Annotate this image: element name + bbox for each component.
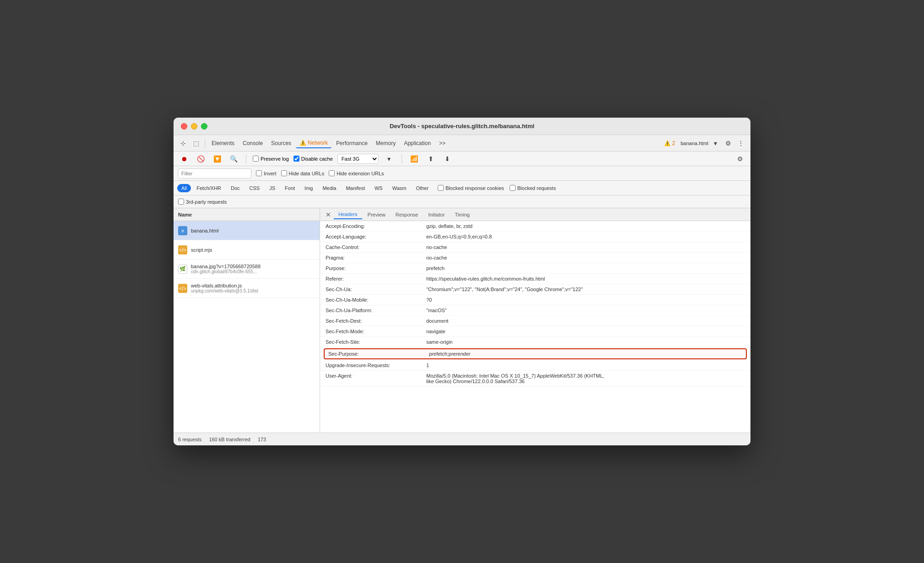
search-icon[interactable]: 🔍 — [228, 153, 239, 165]
blocked-requests-checkbox[interactable] — [510, 185, 516, 191]
header-row-pragma: Pragma: no-cache — [320, 253, 750, 263]
tab-elements[interactable]: Elements — [208, 139, 238, 148]
header-row-user-agent: User-Agent: Mozilla/5.0 (Macintosh; Inte… — [320, 371, 750, 387]
upload-icon[interactable]: ⬆ — [425, 153, 437, 165]
filter-icon[interactable]: 🔽 — [211, 153, 223, 165]
right-panel: ✕ Headers Preview Response Initiator Tim… — [320, 208, 750, 433]
network-controls-bar: ⏺ 🚫 🔽 🔍 Preserve log Disable cache Fast … — [174, 152, 750, 166]
file-icon-js2: </> — [178, 284, 187, 293]
header-row-cache-control: Cache-Control: no-cache — [320, 242, 750, 253]
invert-checkbox[interactable] — [256, 170, 262, 176]
hide-data-urls-label[interactable]: Hide data URLs — [281, 170, 325, 176]
transferred-size: 160 kB transferred — [209, 437, 250, 442]
name-column-header: Name — [174, 208, 320, 221]
filter-tab-img[interactable]: Img — [300, 184, 317, 192]
file-item-banana-html[interactable]: ≡ banana.html — [174, 221, 320, 240]
hide-ext-urls-checkbox[interactable] — [329, 170, 335, 176]
disable-cache-label[interactable]: Disable cache — [294, 156, 333, 162]
record-button[interactable]: ⏺ — [178, 153, 190, 165]
close-button[interactable] — [181, 123, 187, 130]
tab-performance[interactable]: Performance — [332, 139, 371, 148]
preserve-log-checkbox[interactable] — [253, 156, 259, 162]
throttle-dropdown-icon[interactable]: ▾ — [383, 153, 395, 165]
filter-tab-font[interactable]: Font — [281, 184, 299, 192]
gear-icon[interactable]: ⚙ — [734, 153, 746, 165]
more-options-icon[interactable]: ⋮ — [735, 137, 747, 149]
hide-data-urls-checkbox[interactable] — [281, 170, 287, 176]
devtools-window: DevTools - speculative-rules.glitch.me/b… — [174, 118, 750, 445]
tab-network[interactable]: ⚠️ Network — [296, 138, 332, 148]
third-party-bar: 3rd-party requests — [174, 195, 750, 208]
header-row-sec-ch-ua: Sec-Ch-Ua: "Chromium";v="122", "Not(A:Br… — [320, 284, 750, 295]
filter-tab-fetch-xhr[interactable]: Fetch/XHR — [192, 184, 225, 192]
header-row-sec-fetch-dest: Sec-Fetch-Dest: document — [320, 316, 750, 326]
filter-input[interactable] — [178, 168, 251, 179]
filter-bar: Invert Hide data URLs Hide extension URL… — [174, 166, 750, 181]
third-party-label[interactable]: 3rd-party requests — [178, 199, 227, 205]
header-row-accept-language: Accept-Language: en-GB,en-US;q=0.9,en;q=… — [320, 232, 750, 242]
file-url: cdn.glitch.global/87b4c0fe-655... — [191, 269, 261, 274]
blocked-cookies-checkbox[interactable] — [438, 185, 444, 191]
warning-badge: ⚠️ 2 — [664, 140, 675, 146]
clear-button[interactable]: 🚫 — [195, 153, 207, 165]
disable-cache-checkbox[interactable] — [294, 156, 299, 162]
file-item-script-mjs[interactable]: </> script.mjs — [174, 240, 320, 260]
content-area: Name ≡ banana.html </> — [174, 208, 750, 433]
invert-label[interactable]: Invert — [256, 170, 277, 176]
file-name: web-vitals.attribution.js — [191, 283, 258, 288]
file-icon-img: 🌿 — [178, 265, 187, 274]
maximize-button[interactable] — [201, 123, 207, 130]
window-title: DevTools - speculative-rules.glitch.me/b… — [390, 123, 534, 130]
tab-console[interactable]: Console — [239, 139, 266, 148]
cursor-icon[interactable]: ⊹ — [177, 137, 189, 149]
tab-timing[interactable]: Timing — [450, 211, 474, 219]
header-row-sec-fetch-site: Sec-Fetch-Site: same-origin — [320, 337, 750, 347]
page-dropdown-icon[interactable]: ▾ — [709, 137, 721, 149]
device-icon[interactable]: ⬚ — [190, 137, 202, 149]
filter-tab-manifest[interactable]: Manifest — [342, 184, 369, 192]
throttle-select[interactable]: Fast 3G Slow 3G No throttling — [337, 154, 379, 164]
filter-tab-all[interactable]: All — [177, 184, 191, 192]
download-icon[interactable]: ⬇ — [441, 153, 453, 165]
blocked-requests-label[interactable]: Blocked requests — [510, 185, 556, 191]
file-icon-html: ≡ — [178, 226, 187, 235]
file-item-web-vitals[interactable]: </> web-vitals.attribution.js unpkg.com/… — [174, 279, 320, 298]
tab-application[interactable]: Application — [400, 139, 435, 148]
header-row-sec-purpose: Sec-Purpose: prefetch;prerender — [324, 348, 747, 359]
warning-icon: ⚠️ — [664, 140, 671, 146]
requests-count: 6 requests — [178, 437, 201, 442]
header-row-upgrade-insecure: Upgrade-Insecure-Requests: 1 — [320, 360, 750, 371]
filter-tab-media[interactable]: Media — [318, 184, 340, 192]
minimize-button[interactable] — [191, 123, 197, 130]
settings-icon[interactable]: ⚙ — [722, 137, 734, 149]
tab-more[interactable]: >> — [435, 139, 449, 148]
filter-tab-js[interactable]: JS — [265, 184, 279, 192]
tab-response[interactable]: Response — [391, 211, 423, 219]
filter-tab-other[interactable]: Other — [412, 184, 433, 192]
header-row-sec-ch-ua-platform: Sec-Ch-Ua-Platform: "macOS" — [320, 305, 750, 316]
tab-memory[interactable]: Memory — [372, 139, 399, 148]
blocked-cookies-label[interactable]: Blocked response cookies — [438, 185, 504, 191]
filter-tab-doc[interactable]: Doc — [227, 184, 244, 192]
file-item-banana-jpg[interactable]: 🌿 banana.jpg?v=1705668720588 cdn.glitch.… — [174, 260, 320, 279]
tab-initiator[interactable]: Initiator — [424, 211, 449, 219]
tab-sources[interactable]: Sources — [267, 139, 295, 148]
traffic-lights — [181, 123, 207, 130]
main-toolbar: ⊹ ⬚ Elements Console Sources ⚠️ Network … — [174, 135, 750, 152]
filter-tab-wasm[interactable]: Wasm — [388, 184, 411, 192]
tab-headers[interactable]: Headers — [334, 210, 362, 219]
current-page: banana.html — [680, 141, 708, 146]
file-url: unpkg.com/web-vitals@3.5.1/dist — [191, 288, 258, 293]
third-party-checkbox[interactable] — [178, 199, 184, 205]
preserve-log-label[interactable]: Preserve log — [253, 156, 289, 162]
filter-tab-css[interactable]: CSS — [245, 184, 264, 192]
tab-preview[interactable]: Preview — [363, 211, 390, 219]
header-row-referer: Referer: https://speculative-rules.glitc… — [320, 274, 750, 284]
hide-ext-urls-label[interactable]: Hide extension URLs — [329, 170, 384, 176]
header-row-sec-fetch-mode: Sec-Fetch-Mode: navigate — [320, 326, 750, 337]
close-detail-button[interactable]: ✕ — [324, 210, 333, 219]
filter-tab-ws[interactable]: WS — [370, 184, 387, 192]
file-list: ≡ banana.html </> script.mjs — [174, 221, 320, 433]
file-name: banana.jpg?v=1705668720588 — [191, 264, 261, 269]
wifi-icon[interactable]: 📶 — [408, 153, 420, 165]
